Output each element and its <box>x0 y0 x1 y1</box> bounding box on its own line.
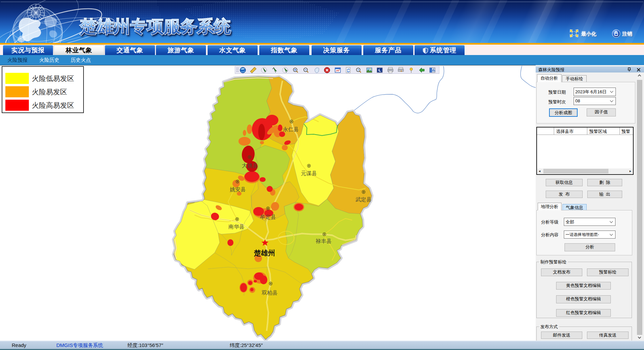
svg-text:禄丰县: 禄丰县 <box>315 238 332 244</box>
svg-text:南华县: 南华县 <box>228 224 245 230</box>
svg-text:永仁县: 永仁县 <box>283 127 299 132</box>
svg-text:楚雄州专项服务系统: 楚雄州专项服务系统 <box>79 17 231 36</box>
svg-text:?: ? <box>358 68 359 71</box>
svg-text:大姚县: 大姚县 <box>242 163 258 168</box>
svg-text:楚雄州: 楚雄州 <box>254 249 275 257</box>
svg-text:武定县: 武定县 <box>356 197 372 202</box>
svg-text:双柏县: 双柏县 <box>262 290 278 296</box>
svg-text:元谋县: 元谋县 <box>301 170 317 176</box>
svg-text:牟定县: 牟定县 <box>260 214 276 220</box>
svg-text:姚安县: 姚安县 <box>230 187 246 192</box>
